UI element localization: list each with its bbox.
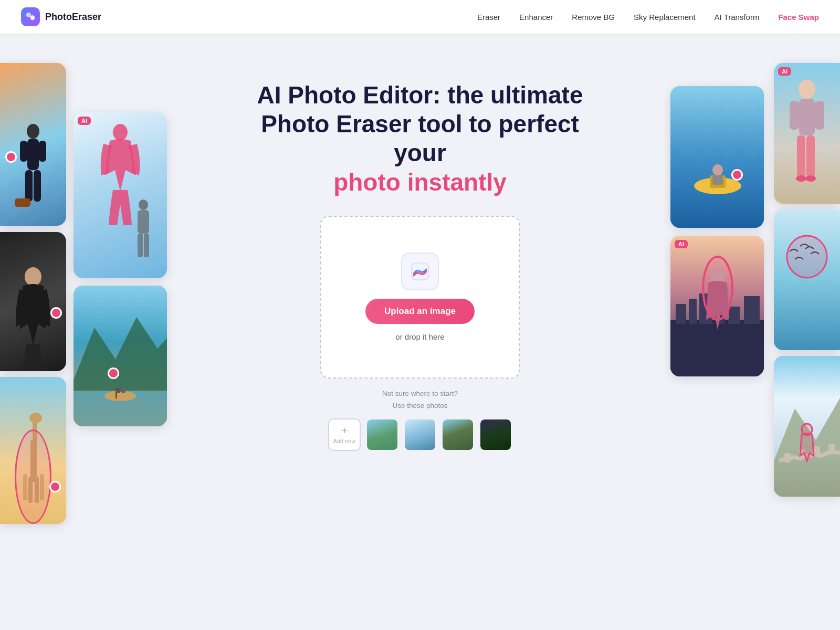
svg-rect-63: [828, 444, 835, 454]
logo-text: PhotoEraser: [45, 12, 101, 23]
svg-point-0: [26, 13, 31, 17]
svg-rect-14: [144, 234, 149, 257]
img-card-beach2: AI: [774, 63, 840, 204]
svg-rect-6: [39, 141, 46, 162]
svg-rect-33: [710, 175, 726, 188]
svg-rect-37: [670, 320, 764, 376]
svg-rect-28: [35, 477, 39, 503]
svg-marker-59: [774, 398, 840, 497]
eraser-dot-woman: [50, 307, 62, 319]
svg-rect-62: [814, 446, 820, 456]
svg-rect-4: [27, 139, 39, 170]
sample-thumb-2[interactable]: [404, 418, 436, 451]
svg-rect-29: [23, 474, 27, 500]
svg-rect-51: [815, 101, 824, 130]
eraser-dot-surfer: [5, 151, 17, 163]
svg-point-48: [799, 80, 815, 99]
svg-rect-27: [28, 477, 33, 503]
upload-area[interactable]: Upload an image or drop it here: [320, 216, 520, 379]
svg-rect-41: [715, 301, 724, 324]
svg-rect-20: [116, 388, 117, 398]
erase-outline: [15, 429, 51, 524]
svg-rect-5: [20, 141, 27, 162]
svg-rect-53: [806, 135, 815, 177]
svg-rect-25: [33, 419, 37, 445]
surfer-image: [0, 63, 66, 226]
beach2-image: [774, 63, 840, 204]
ai-badge-athlete: AI: [78, 117, 91, 125]
img-card-woman: [0, 232, 66, 371]
svg-rect-49: [799, 99, 815, 135]
sample-thumb-4[interactable]: [479, 418, 512, 451]
ocean-image: [670, 86, 764, 228]
mountain-image: [774, 356, 840, 497]
eraser-dot-beach: [49, 481, 61, 492]
svg-point-11: [139, 200, 148, 210]
hero-section: AI Photo Editor: the ultimate Photo Eras…: [242, 81, 598, 451]
svg-rect-16: [74, 286, 167, 426]
logo-icon: [21, 7, 40, 26]
svg-rect-30: [40, 474, 44, 500]
svg-rect-58: [774, 356, 840, 497]
svg-rect-24: [30, 440, 37, 482]
svg-point-26: [29, 413, 42, 423]
svg-point-21: [116, 388, 121, 393]
svg-rect-47: [774, 63, 840, 204]
svg-point-22: [121, 388, 126, 393]
svg-point-44: [710, 267, 725, 283]
svg-point-3: [27, 124, 39, 139]
img-card-city: AI: [670, 236, 764, 376]
svg-point-64: [802, 424, 812, 435]
nav-link-face-swap[interactable]: Face Swap: [778, 13, 819, 22]
svg-rect-52: [797, 135, 805, 177]
svg-point-55: [805, 175, 816, 182]
svg-rect-39: [689, 299, 697, 324]
logo[interactable]: PhotoEraser: [21, 7, 101, 26]
woman-image: [0, 232, 66, 371]
img-card-lake: [74, 286, 167, 426]
svg-point-54: [796, 175, 806, 182]
sea-image: [774, 209, 840, 350]
sample-hint: Not sure where to start? Use these photo…: [242, 388, 598, 412]
page-container: AI: [0, 34, 840, 630]
svg-rect-60: [784, 453, 791, 463]
nav-link-eraser[interactable]: Eraser: [477, 13, 500, 22]
navbar: PhotoEraser Eraser Enhancer Remove BG Sk…: [0, 0, 840, 34]
hint-line1: Not sure where to start?: [242, 388, 598, 400]
svg-rect-56: [774, 209, 840, 350]
svg-marker-18: [74, 391, 167, 426]
upload-button[interactable]: Upload an image: [365, 299, 475, 324]
hero-title-line2: Photo Eraser tool to perfect your: [261, 110, 579, 166]
sample-thumb-3[interactable]: [442, 418, 474, 451]
img-card-athlete: AI: [74, 112, 167, 278]
svg-point-19: [104, 391, 136, 401]
nav-link-ai-transform[interactable]: AI Transform: [715, 13, 760, 22]
svg-rect-40: [699, 293, 712, 324]
beach-image: [0, 377, 66, 524]
hint-line2: Use these photos: [242, 400, 598, 412]
nav-link-enhancer[interactable]: Enhancer: [519, 13, 553, 22]
nav-link-sky-replacement[interactable]: Sky Replacement: [634, 13, 696, 22]
svg-rect-9: [15, 198, 30, 207]
svg-point-57: [787, 236, 827, 278]
img-card-sea: [774, 209, 840, 350]
svg-rect-43: [744, 296, 760, 324]
add-label: Add now: [333, 438, 356, 444]
add-photo-button[interactable]: + Add now: [328, 418, 361, 451]
img-card-surfer: [0, 63, 66, 226]
svg-point-2: [28, 17, 31, 20]
add-icon: +: [341, 425, 348, 437]
ai-badge-city: AI: [675, 240, 688, 248]
upload-icon: [401, 253, 439, 290]
eraser-dot-boat: [108, 368, 119, 379]
svg-rect-35: [712, 175, 723, 185]
nav-link-remove-bg[interactable]: Remove BG: [572, 13, 615, 22]
svg-rect-8: [34, 170, 41, 202]
hero-title-pink: photo instantly: [333, 169, 507, 196]
sample-thumb-1[interactable]: [366, 418, 398, 451]
svg-point-10: [113, 124, 128, 141]
svg-point-46: [703, 257, 732, 320]
svg-rect-38: [676, 304, 686, 324]
drop-text: or drop it here: [395, 332, 444, 341]
svg-point-45: [703, 257, 732, 320]
